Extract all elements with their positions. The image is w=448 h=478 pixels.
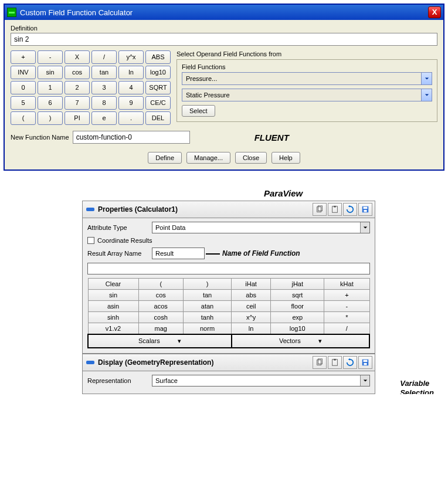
scalars-dropdown[interactable]: Scalars▾ [88, 334, 232, 348]
representation-combo[interactable]: Surface [152, 375, 370, 387]
calc-key[interactable]: 0 [11, 81, 36, 94]
copy-icon[interactable] [313, 356, 327, 369]
close-icon[interactable]: X [428, 6, 441, 18]
result-array-input[interactable] [152, 248, 205, 259]
definition-input[interactable] [11, 33, 437, 46]
calc-key[interactable]: exp [271, 312, 324, 323]
calc-key[interactable]: acos [138, 301, 183, 312]
expression-input[interactable] [87, 263, 370, 274]
calc-key[interactable]: 6 [38, 96, 63, 110]
calc-key[interactable]: floor [271, 301, 324, 312]
calc-key[interactable]: + [324, 290, 369, 301]
calc-key[interactable]: ( [138, 279, 183, 290]
calc-key[interactable]: ) [38, 111, 63, 125]
calc-key[interactable]: tan [91, 66, 117, 79]
calc-key[interactable]: e [91, 111, 117, 125]
calc-key[interactable]: . [118, 111, 144, 125]
calc-key[interactable]: iHat [232, 279, 271, 290]
calc-key[interactable]: SQRT [145, 81, 171, 94]
vectors-dropdown[interactable]: Vectors▾ [232, 334, 369, 348]
help-button[interactable]: Help [271, 152, 300, 164]
calc-key[interactable]: v1.v2 [88, 323, 138, 335]
save-icon[interactable] [358, 203, 372, 216]
calc-key[interactable]: sqrt [271, 290, 324, 301]
calc-key[interactable]: cos [138, 290, 183, 301]
reset-icon[interactable] [343, 203, 357, 216]
chevron-down-icon[interactable] [421, 73, 432, 84]
reset-icon[interactable] [343, 356, 357, 369]
field-functions-combo[interactable]: Pressure... [182, 72, 432, 85]
calc-key[interactable]: + [11, 50, 36, 64]
annotation-variable-selection: Variable Selection [400, 379, 434, 394]
new-function-input[interactable] [73, 131, 190, 144]
collapse-icon[interactable] [86, 361, 94, 364]
calc-key[interactable]: 8 [91, 96, 117, 110]
calc-key[interactable]: ln [118, 66, 144, 79]
calc-key[interactable]: tan [183, 290, 231, 301]
calc-key[interactable]: sin [38, 66, 63, 79]
calc-key[interactable]: ( [11, 111, 36, 125]
calc-key[interactable]: - [38, 50, 63, 64]
calc-key[interactable]: PI [65, 111, 90, 125]
representation-value: Surface [155, 377, 360, 384]
manage-button[interactable]: Manage... [186, 152, 230, 164]
copy-icon[interactable] [313, 203, 327, 216]
calc-key[interactable]: abs [232, 290, 271, 301]
attribute-type-value: Point Data [155, 224, 360, 231]
close-button[interactable]: Close [235, 152, 267, 164]
paste-icon[interactable] [328, 356, 342, 369]
display-header[interactable]: Display (GeometryRepresentation) [83, 354, 375, 371]
calc-key[interactable]: 2 [65, 81, 90, 94]
calc-key[interactable]: Clear [88, 279, 138, 290]
attribute-type-combo[interactable]: Point Data [152, 222, 370, 233]
calc-key[interactable]: sinh [88, 312, 138, 323]
calc-key[interactable]: 7 [65, 96, 90, 110]
properties-header[interactable]: Properties (Calculator1) [82, 201, 375, 218]
calc-key[interactable]: ABS [145, 50, 171, 64]
titlebar[interactable]: Custom Field Function Calculator X [5, 5, 443, 20]
calc-key[interactable]: cosh [138, 312, 183, 323]
field-functions-value: Pressure... [186, 75, 421, 82]
calc-key[interactable]: cos [65, 66, 90, 79]
calc-key[interactable]: / [91, 50, 117, 64]
calc-key[interactable]: 3 [91, 81, 117, 94]
calc-key[interactable]: 4 [118, 81, 144, 94]
calc-key[interactable]: ceil [232, 301, 271, 312]
calc-key[interactable]: / [324, 323, 369, 335]
calc-key[interactable]: asin [88, 301, 138, 312]
select-button[interactable]: Select [182, 105, 215, 117]
calc-key[interactable]: sin [88, 290, 138, 301]
calc-key[interactable]: DEL [145, 111, 171, 125]
chevron-down-icon[interactable] [360, 222, 369, 233]
chevron-down-icon[interactable] [421, 89, 432, 101]
field-functions-sub-combo[interactable]: Static Pressure [182, 89, 432, 101]
calc-key[interactable]: 9 [118, 96, 144, 110]
annotation-fluent: FLUENT [254, 133, 289, 143]
calc-key[interactable]: jHat [271, 279, 324, 290]
coord-results-checkbox[interactable] [87, 237, 94, 244]
calc-key[interactable]: norm [183, 323, 231, 335]
collapse-icon[interactable] [86, 208, 94, 211]
annotation-paraview: ParaView [264, 188, 448, 198]
calc-key[interactable]: 1 [38, 81, 63, 94]
paste-icon[interactable] [328, 203, 342, 216]
calc-key[interactable]: y^x [118, 50, 144, 64]
calc-key[interactable]: ln [232, 323, 271, 335]
calc-key[interactable]: mag [138, 323, 183, 335]
define-button[interactable]: Define [148, 152, 182, 164]
calc-key[interactable]: - [324, 301, 369, 312]
calc-key[interactable]: log10 [271, 323, 324, 335]
calc-key[interactable]: kHat [324, 279, 369, 290]
calc-key[interactable]: X [65, 50, 90, 64]
calc-key[interactable]: log10 [145, 66, 171, 79]
calc-key[interactable]: 5 [11, 96, 36, 110]
calc-key[interactable]: atan [183, 301, 231, 312]
calc-key[interactable]: CE/C [145, 96, 171, 110]
calc-key[interactable]: INV [11, 66, 36, 79]
chevron-down-icon[interactable] [360, 375, 369, 386]
calc-key[interactable]: tanh [183, 312, 231, 323]
calc-key[interactable]: * [324, 312, 369, 323]
save-icon[interactable] [358, 356, 372, 369]
calc-key[interactable]: ) [183, 279, 231, 290]
calc-key[interactable]: x^y [232, 312, 271, 323]
